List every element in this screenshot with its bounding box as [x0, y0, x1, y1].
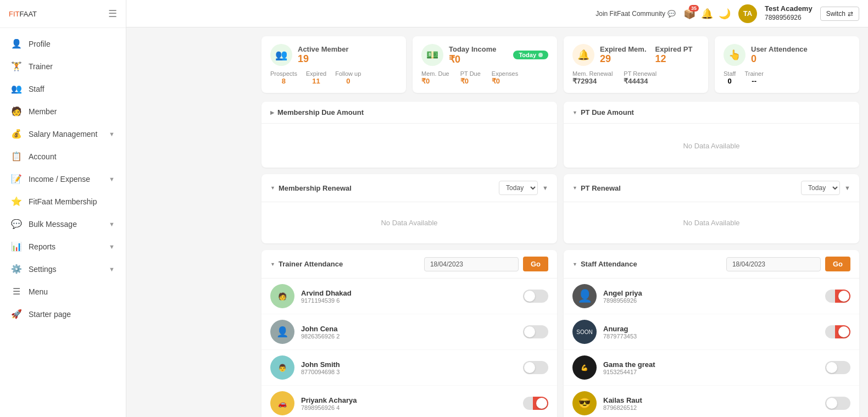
prospects-stat: Prospects 8	[270, 70, 297, 85]
sidebar-item-profile[interactable]: 👤 Profile	[0, 32, 126, 55]
account-icon: 📋	[11, 151, 22, 162]
trainer-att-title: Trainer Attendance	[270, 260, 343, 268]
community-link[interactable]: Join FitFaat Community 💬	[596, 10, 676, 18]
followup-label: Follow up	[335, 70, 361, 77]
header: Join FitFaat Community 💬 📦 35 🔔 🌙 TA Tes…	[126, 0, 868, 27]
staff-row-0: 👤 Angel priya 7898956926	[564, 279, 859, 314]
pt-renewal-filter: Today ▼	[801, 181, 850, 195]
staff-name-1: Anurag	[603, 325, 819, 333]
sidebar-label-income: Income / Expense	[29, 175, 90, 184]
community-text: Join FitFaat Community	[596, 10, 665, 18]
sidebar-nav: 👤 Profile 🏋️ Trainer 👥 Staff 🧑 Member 💰 …	[0, 28, 126, 330]
staff-name-2: Gama the great	[603, 360, 819, 369]
sidebar-item-trainer[interactable]: 🏋️ Trainer	[0, 55, 126, 77]
moon-button[interactable]: 🌙	[719, 8, 731, 20]
expired-mem-title: Expired Mem.	[600, 45, 647, 53]
trainer-list: 🧑 Arvind Dhakad 9171194539 6 👤 John Cena…	[261, 279, 557, 417]
pt-renewal-section-title: PT Renewal	[572, 184, 621, 192]
sidebar-item-reports[interactable]: 📊 Reports ▼	[0, 235, 126, 258]
staff-info-0: Angel priya 7898956926	[603, 289, 819, 304]
stats-row: 👥 Active Member 19 Prospects 8 Expired 1…	[261, 36, 859, 93]
sidebar-item-menu[interactable]: ☰ Menu	[0, 280, 126, 303]
sidebar-label-profile: Profile	[29, 40, 51, 48]
staff-att-controls: Go	[726, 257, 850, 271]
notifications-button[interactable]: 📦 35	[683, 8, 695, 20]
staff-toggle-1[interactable]	[825, 325, 850, 338]
sidebar-label-menu: Menu	[29, 287, 48, 296]
academy-name: Test Academy	[765, 4, 813, 14]
pt-due-header: PT Due Amount	[564, 102, 859, 124]
trainer-go-button[interactable]: Go	[523, 257, 548, 271]
header-icons: 📦 35 🔔 🌙	[683, 8, 731, 20]
sidebar-item-income[interactable]: 📝 Income / Expense ▼	[0, 168, 126, 190]
trainer-toggle-1[interactable]	[523, 325, 548, 338]
income-arrow: ▼	[109, 176, 115, 182]
trainer-toggle-2[interactable]	[523, 361, 548, 374]
expired-value: 11	[306, 77, 326, 85]
today-badge: Today	[513, 51, 548, 59]
trainer-phone-0: 9171194539 6	[301, 297, 516, 304]
trainer-name-0: Arvind Dhakad	[301, 289, 516, 297]
staff-name-3: Kailas Raut	[603, 396, 819, 404]
pt-renewal-select[interactable]: Today	[801, 181, 840, 195]
user-att-title: User Attendence	[751, 45, 808, 53]
member-icon: 🧑	[11, 106, 22, 116]
due-amount-row: Membership Due Amount PT Due Amount No D…	[261, 102, 859, 168]
expenses-item: Expenses ₹0	[492, 70, 518, 85]
trainer-row-2: 👨 John Smith 8770094698 3	[261, 350, 557, 386]
trainer-info-3: Priyank Acharya 7898956926 4	[301, 396, 516, 411]
chevron-down-icon: ▼	[542, 185, 548, 191]
trainer-row-3: 🚗 Priyank Acharya 7898956926 4	[261, 386, 557, 417]
mem-renewal: Mem. Renewal ₹72934	[572, 70, 613, 85]
expired-icon: 🔔	[572, 44, 594, 66]
sidebar-item-staff[interactable]: 👥 Staff	[0, 77, 126, 100]
trainer-avatar-3: 🚗	[270, 391, 294, 415]
sidebar-item-salary[interactable]: 💰 Salary Management ▼	[0, 123, 126, 145]
sidebar-label-staff: Staff	[29, 85, 44, 93]
staff-toggle-2[interactable]	[825, 361, 850, 374]
bell-button[interactable]: 🔔	[701, 8, 713, 20]
trainer-toggle-3[interactable]	[523, 397, 548, 410]
staff-go-button[interactable]: Go	[825, 257, 850, 271]
staff-att-title: Staff Attendance	[572, 260, 637, 268]
trainer-icon: 🏋️	[11, 61, 22, 71]
menu-toggle-icon[interactable]: ☰	[108, 8, 117, 20]
notification-badge: 35	[689, 5, 699, 12]
pt-renewal-header: PT Renewal Today ▼	[564, 174, 859, 202]
pt-renewal-label: PT Renewal	[624, 70, 656, 77]
staff-name-0: Angel priya	[603, 289, 819, 297]
trainer-name-1: John Cena	[301, 325, 516, 333]
mem-renewal-label: Mem. Renewal	[572, 70, 613, 77]
trainer-row-1: 👤 John Cena 9826356926 2	[261, 314, 557, 350]
switch-icon: ⇄	[848, 10, 853, 18]
income-amount: ₹0	[449, 53, 508, 65]
mem-due-item: Mem. Due ₹0	[421, 70, 449, 85]
menu-icon: ☰	[11, 286, 22, 297]
sidebar-item-fitfaat[interactable]: ⭐ FitFaat Membership	[0, 190, 126, 213]
trainer-date-input[interactable]	[424, 257, 519, 271]
staff-row-2: 💪 Gama the great 9153254417	[564, 350, 859, 386]
membership-due-title: Membership Due Amount	[270, 108, 364, 116]
switch-label: Switch	[826, 10, 845, 18]
trainer-toggle-0[interactable]	[523, 290, 548, 303]
staff-avatar-0: 👤	[572, 284, 597, 308]
staff-avatar-1: SOON	[572, 320, 597, 344]
mem-renewal-select[interactable]: Today	[499, 181, 538, 195]
avatar[interactable]: TA	[738, 4, 757, 23]
switch-button[interactable]: Switch ⇄	[820, 7, 859, 21]
staff-toggle-3[interactable]	[825, 397, 850, 410]
sidebar-item-account[interactable]: 📋 Account	[0, 145, 126, 168]
salary-arrow: ▼	[109, 131, 115, 137]
staff-toggle-0[interactable]	[825, 290, 850, 303]
sidebar-label-fitfaat: FitFaat Membership	[29, 197, 97, 206]
fitfaat-icon: ⭐	[11, 196, 22, 207]
sidebar-item-bulk[interactable]: 💬 Bulk Message ▼	[0, 213, 126, 235]
brand-logo: FITFAAT	[9, 10, 37, 18]
staff-date-input[interactable]	[726, 257, 821, 271]
sidebar-item-starter[interactable]: 🚀 Starter page	[0, 303, 126, 325]
staff-att: Staff 0	[724, 70, 736, 85]
sidebar-item-settings[interactable]: ⚙️ Settings ▼	[0, 258, 126, 280]
sidebar-item-member[interactable]: 🧑 Member	[0, 100, 126, 123]
trainer-att-value: --	[744, 77, 763, 85]
expenses-value: ₹0	[492, 77, 518, 85]
